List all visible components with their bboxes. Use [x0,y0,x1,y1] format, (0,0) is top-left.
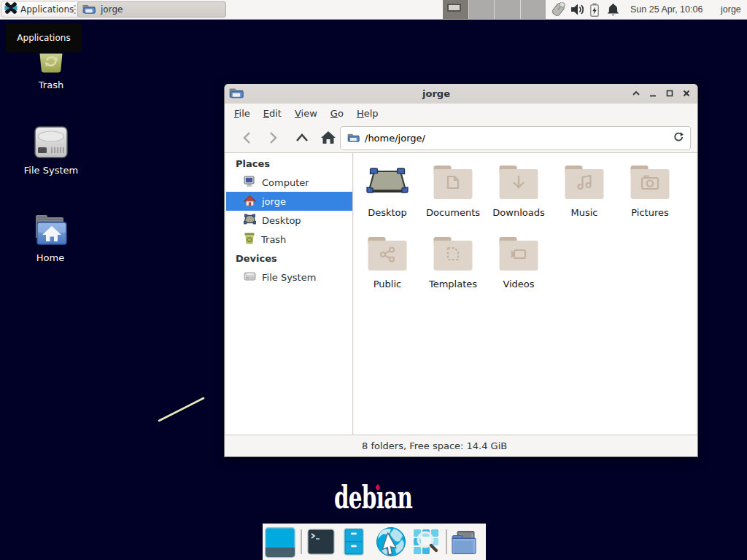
sidebar-item-desktop[interactable]: Desktop [226,211,352,230]
sidebar-item-computer-label: Computer [262,177,309,188]
file-list: Desktop Documents Downlo [354,153,696,435]
minimize-button[interactable] [649,89,657,98]
applications-tooltip: Applications [6,23,82,52]
desktop-icon-file-system-label: File System [24,165,78,176]
home-folder-icon [31,212,69,249]
web-browser-icon[interactable] [376,526,406,560]
debian-logo-i: ı [376,480,384,516]
sidebar-item-jorge[interactable]: jorge [226,192,352,211]
dock-separator [446,529,447,554]
workspace-2[interactable] [469,0,495,19]
file-item-music-label: Music [571,207,598,218]
sidebar: Places Computer jorge [226,153,353,435]
public-folder-icon [368,236,407,271]
taskbar-window-label: jorge [101,4,123,15]
window-toolbar: /home/jorge/ [225,123,697,153]
panel-username[interactable]: jorge [721,0,741,19]
menu-help[interactable]: Help [350,108,385,119]
volume-icon[interactable] [570,3,585,19]
user-home-icon [244,195,256,209]
applications-menu-button[interactable]: Applications [1,1,80,18]
file-manager-icon[interactable] [451,530,477,558]
application-finder-icon[interactable] [413,529,439,558]
workspace-1[interactable] [443,0,469,19]
dock-separator [301,529,302,554]
workspace-switcher[interactable] [443,0,546,19]
applications-icon [4,1,18,18]
menu-go[interactable]: Go [324,108,350,119]
cursor-line-artifact [156,395,207,424]
desktop-icon-home-label: Home [36,252,64,263]
file-item-downloads[interactable]: Downloads [487,165,551,218]
panel-grip[interactable] [74,5,76,14]
sidebar-item-file-system-label: File System [262,272,316,283]
file-item-templates-label: Templates [429,279,477,289]
file-item-music[interactable]: Music [552,165,616,218]
file-item-documents[interactable]: Documents [421,165,485,218]
statusbar-text: 8 folders, Free space: 14.4 GiB [362,440,507,451]
file-item-public-label: Public [374,279,401,289]
window-titlebar[interactable]: jorge [225,84,697,104]
file-item-pictures[interactable]: Pictures [618,165,682,218]
workspace-3[interactable] [495,0,521,19]
pictures-folder-icon [630,165,670,200]
file-item-public[interactable]: Public [355,236,419,289]
applications-tooltip-label: Applications [17,33,70,43]
file-item-desktop[interactable]: Desktop [355,165,419,218]
window-title: jorge [371,88,502,99]
documents-folder-icon [433,165,473,200]
forward-button[interactable] [263,129,282,147]
statusbar: 8 folders, Free space: 14.4 GiB [225,435,697,456]
music-folder-icon [565,165,604,200]
shade-button[interactable] [632,89,640,98]
debian-logo-pre: deb [334,480,376,516]
file-item-pictures-label: Pictures [631,207,668,218]
hard-drive-small-icon [244,271,256,284]
sidebar-item-computer[interactable]: Computer [226,173,352,192]
hard-drive-icon [33,125,69,161]
show-desktop-icon[interactable] [265,527,295,560]
sidebar-item-file-system[interactable]: File System [226,268,352,287]
home-button[interactable] [319,129,338,147]
computer-icon [244,175,256,190]
folder-icon [82,3,96,17]
notifications-bell-icon[interactable] [606,3,620,20]
close-button[interactable] [682,89,691,98]
videos-folder-icon [499,236,538,271]
desktop-special-icon [365,165,409,200]
file-item-templates[interactable]: Templates [421,236,485,289]
applications-label: Applications [20,4,74,15]
menu-file[interactable]: File [228,108,257,119]
mouse-icon[interactable] [548,2,570,20]
dock [263,524,486,560]
taskbar-window-button[interactable]: jorge [77,1,226,18]
terminal-icon[interactable] [307,529,335,558]
workspace-4[interactable] [521,0,546,19]
sidebar-item-trash[interactable]: Trash [226,230,352,249]
trash-small-icon [244,232,255,246]
file-item-videos[interactable]: Videos [487,236,551,289]
path-input[interactable]: /home/jorge/ [365,133,673,144]
menu-view[interactable]: View [288,108,324,119]
maximize-button[interactable] [665,89,674,98]
up-button[interactable] [293,129,311,147]
file-cabinet-icon[interactable] [344,528,364,559]
panel-clock[interactable]: Sun 25 Apr, 10:06 [630,0,703,19]
battery-icon[interactable] [589,3,600,20]
desktop-icon [244,214,256,227]
back-button[interactable] [237,129,256,147]
sidebar-header-devices: Devices [226,249,352,268]
desktop-icon-file-system[interactable]: File System [11,125,91,176]
debian-logo: debıan [334,480,412,516]
window-folder-icon [229,86,244,101]
desktop-icon-home[interactable]: Home [10,212,90,263]
sidebar-item-jorge-label: jorge [262,196,286,207]
downloads-folder-icon [499,165,538,200]
desktop-icon-trash-label: Trash [39,79,63,90]
templates-folder-icon [433,236,473,271]
file-manager-window: jorge File Edit View Go Help [224,84,698,457]
menu-edit[interactable]: Edit [257,108,288,119]
file-item-desktop-label: Desktop [368,207,407,218]
reload-icon[interactable] [673,131,684,145]
path-bar[interactable]: /home/jorge/ [340,126,691,150]
